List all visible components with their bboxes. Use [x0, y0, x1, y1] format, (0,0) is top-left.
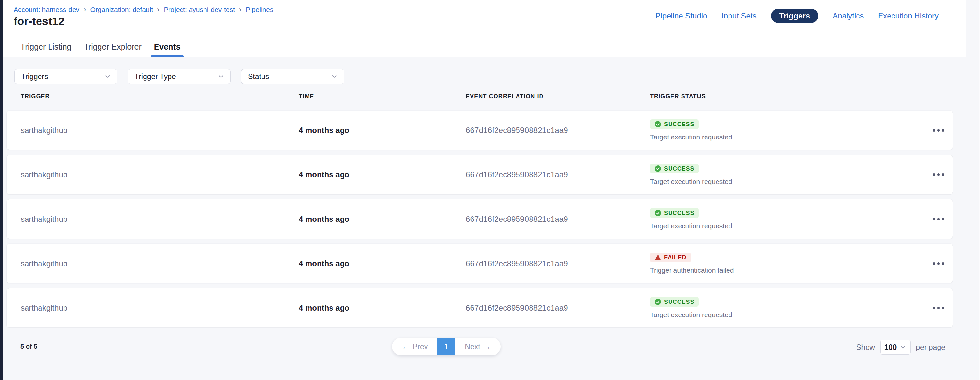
row-menu-button[interactable]	[930, 123, 947, 137]
status-badge-label: SUCCESS	[664, 299, 694, 305]
tab[interactable]: Trigger Explorer	[80, 36, 145, 57]
event-time: 4 months ago	[299, 259, 466, 268]
column-header-trigger-status: TRIGGER STATUS	[650, 93, 924, 100]
page-size-control: Show 100 per page	[856, 340, 945, 355]
page-number-button[interactable]: 1	[438, 338, 455, 355]
filter-dropdown-label: Trigger Type	[135, 72, 176, 81]
chevron-down-icon	[899, 344, 907, 351]
check-circle-icon	[655, 210, 661, 216]
page-header: Account: harness-dev › Organization: def…	[3, 0, 966, 36]
row-menu-button[interactable]	[930, 257, 947, 271]
breadcrumb-link[interactable]: Project: ayushi-dev-test	[164, 6, 235, 14]
row-menu-button[interactable]	[930, 212, 947, 226]
ellipsis-icon	[933, 218, 944, 220]
filter-dropdown-label: Status	[248, 72, 269, 81]
show-label: Show	[856, 343, 875, 352]
breadcrumb-link[interactable]: Pipelines	[246, 6, 273, 14]
trigger-name: sarthakgithub	[21, 215, 299, 224]
event-correlation-id: 667d16f2ec895908821c1aa9	[466, 259, 650, 268]
tab[interactable]: Trigger Listing	[16, 36, 75, 57]
column-header-time: TIME	[299, 93, 466, 100]
pipeline-nav-link[interactable]: Pipeline Studio	[655, 11, 707, 21]
filter-dropdown[interactable]: Status	[241, 69, 344, 84]
event-correlation-id: 667d16f2ec895908821c1aa9	[466, 303, 650, 313]
pipeline-nav-link[interactable]: Triggers	[771, 9, 819, 23]
results-summary: 5 of 5	[21, 343, 37, 350]
trigger-status-cell: FAILED Trigger authentication failed	[650, 252, 924, 274]
event-correlation-id: 667d16f2ec895908821c1aa9	[466, 170, 650, 179]
page-size-select[interactable]: 100	[880, 340, 911, 355]
breadcrumb-item: Project: ayushi-dev-test ›	[164, 6, 246, 14]
event-time: 4 months ago	[299, 215, 466, 224]
chevron-right-icon: ›	[239, 6, 242, 13]
check-circle-icon	[655, 121, 661, 128]
table-row[interactable]: sarthakgithub 4 months ago 667d16f2ec895…	[7, 288, 953, 327]
table-header-row: TRIGGER TIME EVENT CORRELATION ID TRIGGE…	[7, 92, 953, 101]
ellipsis-icon	[933, 129, 944, 132]
event-correlation-id: 667d16f2ec895908821c1aa9	[466, 215, 650, 224]
trigger-name: sarthakgithub	[21, 259, 299, 268]
breadcrumb-item: Pipelines	[246, 6, 273, 14]
trigger-status-cell: SUCCESS Target execution requested	[650, 164, 924, 185]
status-badge: FAILED	[650, 252, 691, 262]
status-badge: SUCCESS	[650, 164, 699, 174]
status-detail: Target execution requested	[650, 222, 732, 230]
warning-triangle-icon	[655, 254, 661, 261]
event-correlation-id: 667d16f2ec895908821c1aa9	[466, 126, 650, 135]
next-page-button[interactable]: Next →	[455, 338, 500, 355]
filter-dropdown[interactable]: Trigger Type	[128, 69, 231, 84]
next-label: Next	[465, 342, 480, 351]
events-table: sarthakgithub 4 months ago 667d16f2ec895…	[7, 110, 953, 333]
prev-page-button[interactable]: ← Prev	[392, 338, 438, 355]
chevron-right-icon: ›	[157, 6, 159, 13]
right-arrow-icon: →	[484, 342, 491, 351]
chevron-down-icon	[104, 73, 111, 80]
breadcrumb-link[interactable]: Organization: default	[90, 6, 153, 14]
trigger-name: sarthakgithub	[21, 126, 299, 135]
scrollbar-gutter[interactable]	[979, 0, 980, 380]
tab[interactable]: Events	[150, 36, 185, 57]
trigger-status-cell: SUCCESS Target execution requested	[650, 208, 924, 230]
status-badge-label: SUCCESS	[664, 121, 694, 128]
trigger-name: sarthakgithub	[21, 170, 299, 179]
status-detail: Target execution requested	[650, 311, 732, 319]
ellipsis-icon	[933, 262, 944, 265]
breadcrumb-link[interactable]: Account: harness-dev	[14, 6, 80, 14]
trigger-status-cell: SUCCESS Target execution requested	[650, 297, 924, 319]
breadcrumb-item: Organization: default ›	[90, 6, 164, 14]
status-badge-label: SUCCESS	[664, 165, 694, 172]
events-tabbar: Trigger Listing Trigger Explorer Events	[3, 36, 966, 57]
pipeline-nav-link[interactable]: Input Sets	[721, 11, 756, 21]
table-row[interactable]: sarthakgithub 4 months ago 667d16f2ec895…	[7, 244, 953, 283]
table-row[interactable]: sarthakgithub 4 months ago 667d16f2ec895…	[7, 155, 953, 194]
prev-label: Prev	[412, 342, 428, 351]
row-menu-button[interactable]	[930, 301, 947, 315]
pipeline-nav-link[interactable]: Execution History	[878, 11, 939, 21]
event-time: 4 months ago	[299, 170, 466, 179]
status-badge-label: SUCCESS	[664, 210, 694, 217]
event-time: 4 months ago	[299, 126, 466, 135]
check-circle-icon	[655, 165, 661, 172]
filter-row: Triggers Trigger Type Status	[14, 69, 344, 84]
chevron-right-icon: ›	[84, 6, 86, 13]
ellipsis-icon	[933, 174, 944, 176]
table-row[interactable]: sarthakgithub 4 months ago 667d16f2ec895…	[7, 110, 953, 150]
collapsed-sidebar-rail	[0, 0, 3, 380]
pipeline-nav-link[interactable]: Analytics	[832, 11, 864, 21]
status-badge: SUCCESS	[650, 297, 699, 307]
column-header-trigger: TRIGGER	[21, 93, 299, 100]
per-page-label: per page	[916, 343, 945, 352]
left-arrow-icon: ←	[402, 342, 409, 351]
check-circle-icon	[655, 299, 661, 305]
status-badge: SUCCESS	[650, 208, 699, 218]
page-size-value: 100	[885, 343, 897, 352]
status-detail: Target execution requested	[650, 178, 732, 185]
status-detail: Trigger authentication failed	[650, 267, 734, 274]
status-badge: SUCCESS	[650, 119, 699, 129]
filter-dropdown[interactable]: Triggers	[14, 69, 117, 84]
event-time: 4 months ago	[299, 303, 466, 313]
breadcrumb-item: Account: harness-dev ›	[14, 6, 90, 14]
table-row[interactable]: sarthakgithub 4 months ago 667d16f2ec895…	[7, 200, 953, 239]
row-menu-button[interactable]	[930, 168, 947, 182]
ellipsis-icon	[933, 307, 944, 309]
